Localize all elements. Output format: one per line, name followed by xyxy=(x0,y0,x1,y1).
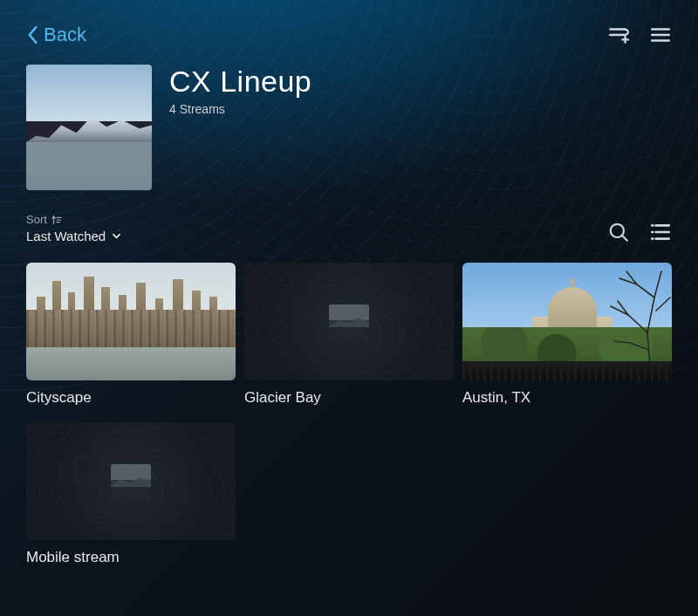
sort-dropdown[interactable]: Last Watched xyxy=(26,229,121,243)
tools-row: Sort Last Watched xyxy=(26,213,672,243)
chevron-left-icon xyxy=(26,25,38,44)
header-section: CX Lineup 4 Streams xyxy=(26,65,672,190)
stream-thumbnail-glacier-bay[interactable] xyxy=(244,263,454,380)
list-view-button[interactable] xyxy=(649,221,672,243)
tools-right xyxy=(607,221,672,243)
search-icon xyxy=(607,221,630,243)
chevron-down-icon xyxy=(112,231,121,241)
stream-card: Austin, TX xyxy=(462,263,672,407)
lineup-cover-thumbnail[interactable] xyxy=(26,65,152,190)
sort-order-icon xyxy=(51,215,62,225)
stream-label: Austin, TX xyxy=(462,389,672,407)
stream-thumbnail-austin[interactable] xyxy=(462,263,672,380)
page-title: CX Lineup xyxy=(169,65,311,99)
stream-thumbnail-cityscape[interactable] xyxy=(26,263,236,380)
stream-label: Cityscape xyxy=(26,389,236,407)
sort-label: Sort xyxy=(26,213,47,226)
hamburger-menu-icon xyxy=(649,24,672,46)
list-view-icon xyxy=(649,221,672,243)
page-subtitle: 4 Streams xyxy=(169,102,311,116)
menu-button[interactable] xyxy=(649,24,672,46)
stream-card: Glacier Bay xyxy=(244,263,454,407)
placeholder-mini-image xyxy=(111,464,151,499)
sort-value: Last Watched xyxy=(26,229,106,243)
stream-card: Mobile stream xyxy=(26,422,236,566)
stream-label: Glacier Bay xyxy=(244,389,454,407)
back-button[interactable]: Back xyxy=(26,24,86,46)
back-label: Back xyxy=(44,24,86,46)
top-bar-actions xyxy=(607,24,672,46)
stream-card: Cityscape xyxy=(26,263,236,407)
stream-label: Mobile stream xyxy=(26,549,236,566)
sort-control: Sort Last Watched xyxy=(26,213,121,243)
placeholder-mini-image xyxy=(329,305,369,339)
stream-thumbnail-mobile-stream[interactable] xyxy=(26,422,236,540)
streams-grid: Cityscape Glacier Bay xyxy=(26,263,672,566)
add-to-queue-button[interactable] xyxy=(607,24,630,46)
queue-add-icon xyxy=(607,24,630,46)
header-text: CX Lineup 4 Streams xyxy=(169,65,311,116)
top-bar: Back xyxy=(26,17,672,52)
search-button[interactable] xyxy=(607,221,630,243)
sort-label-row: Sort xyxy=(26,213,121,226)
